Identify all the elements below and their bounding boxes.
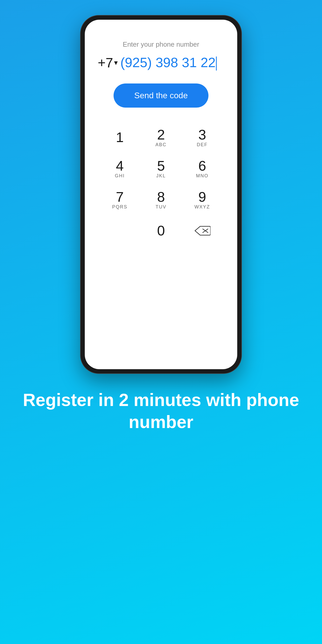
backspace-icon: [194, 225, 211, 236]
phone-outer-shell: Enter your phone number +7 ▾ (925) 398 3…: [81, 16, 241, 373]
screen-content: Enter your phone number +7 ▾ (925) 398 3…: [85, 20, 237, 369]
dial-letters-3: DEF: [197, 142, 208, 148]
dial-key-6[interactable]: 6 MNO: [183, 154, 222, 183]
tagline-text: Register in 2 minutes with phone number: [21, 389, 301, 433]
dial-number-1: 1: [116, 130, 124, 144]
dialpad-row-3: 7 PQRS 8 TUV 9 WXYZ: [100, 185, 222, 214]
dial-key-9[interactable]: 9 WXYZ: [183, 185, 222, 214]
dial-letters-4: GHI: [115, 173, 125, 179]
dial-key-7[interactable]: 7 PQRS: [100, 185, 139, 214]
dial-number-9: 9: [198, 190, 206, 204]
dial-key-2[interactable]: 2 ABC: [142, 123, 180, 152]
dial-key-1[interactable]: 1: [100, 123, 139, 152]
dial-letters-7: PQRS: [112, 204, 127, 210]
dial-key-3[interactable]: 3 DEF: [183, 123, 222, 152]
dial-number-6: 6: [198, 159, 206, 173]
dial-letters-2: ABC: [155, 142, 166, 148]
dial-number-5: 5: [157, 159, 165, 173]
phone-number-value: (925) 398 31 22: [120, 55, 215, 70]
phone-number-display: (925) 398 31 22: [120, 55, 224, 71]
dial-number-3: 3: [198, 128, 206, 142]
dial-letters-5: JKL: [156, 173, 166, 179]
dial-number-8: 8: [157, 190, 165, 204]
dial-letters-6: MNO: [196, 173, 208, 179]
dialpad: 1 2 ABC 3 DEF: [95, 123, 227, 369]
bottom-section: Register in 2 minutes with phone number: [0, 389, 322, 433]
dial-key-4[interactable]: 4 GHI: [100, 154, 139, 183]
dialpad-row-4: 0: [100, 216, 222, 245]
dial-number-4: 4: [116, 159, 124, 173]
send-code-button[interactable]: Send the code: [114, 83, 208, 108]
phone-input-row: +7 ▾ (925) 398 31 22: [95, 55, 227, 71]
dial-letters-9: WXYZ: [194, 204, 210, 210]
dialpad-row-2: 4 GHI 5 JKL 6 MNO: [100, 154, 222, 183]
dial-key-0[interactable]: 0: [142, 216, 180, 245]
country-code-selector[interactable]: +7 ▾: [98, 55, 118, 71]
dial-key-5[interactable]: 5 JKL: [142, 154, 180, 183]
dial-number-7: 7: [116, 190, 124, 204]
dial-letters-8: TUV: [156, 204, 166, 210]
dropdown-arrow-icon: ▾: [114, 58, 118, 67]
phone-mockup: Enter your phone number +7 ▾ (925) 398 3…: [81, 16, 241, 373]
backspace-button[interactable]: [183, 216, 222, 245]
text-cursor: [216, 57, 217, 71]
phone-input-label: Enter your phone number: [123, 40, 199, 48]
country-code-value: +7: [98, 55, 113, 71]
phone-screen: Enter your phone number +7 ▾ (925) 398 3…: [85, 20, 237, 369]
dial-key-8[interactable]: 8 TUV: [142, 185, 180, 214]
dial-number-2: 2: [157, 128, 165, 142]
dial-key-empty: [100, 216, 139, 245]
dial-number-0: 0: [157, 223, 165, 237]
dialpad-row-1: 1 2 ABC 3 DEF: [100, 123, 222, 152]
